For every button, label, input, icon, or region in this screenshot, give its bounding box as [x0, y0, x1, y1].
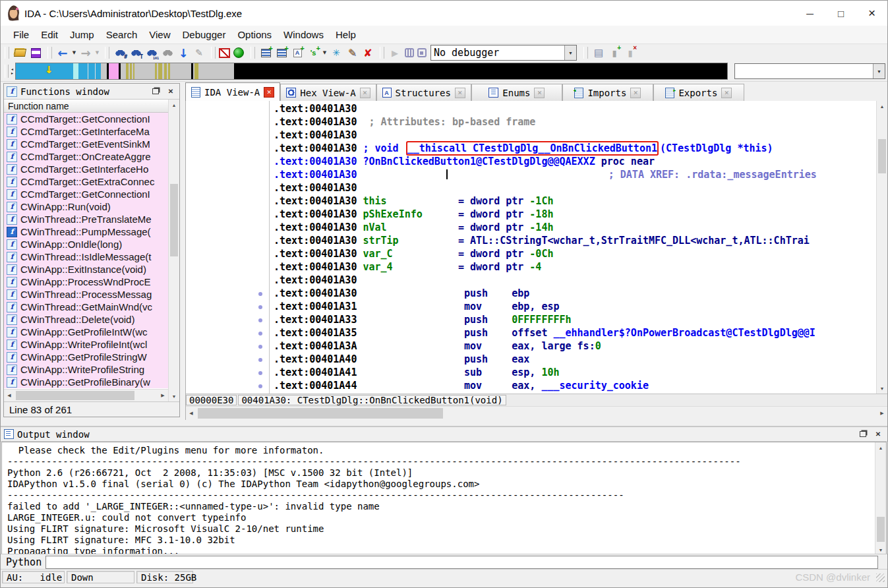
function-list-item[interactable]: CWinApp::ProcessWndProcE [4, 276, 168, 288]
disassembly-line[interactable]: .text:00401A30 strTip = ATL::CStringT<wc… [186, 235, 876, 248]
function-list-item[interactable]: CCmdTarget::GetInterfaceMa [4, 125, 168, 138]
menu-help[interactable]: Help [330, 26, 362, 44]
maximize-button[interactable]: □ [825, 1, 856, 26]
menu-edit[interactable]: Edit [35, 26, 64, 44]
search-value-icon[interactable] [144, 45, 160, 60]
scroll-right-icon[interactable]: ▶ [877, 407, 887, 420]
function-list-item[interactable]: CCmdTarget::GetInterfaceHo [4, 163, 168, 175]
search-again-icon[interactable] [160, 45, 175, 60]
menu-jump[interactable]: Jump [64, 26, 100, 44]
name-combobox[interactable] [734, 63, 885, 79]
tab-hex-view-a[interactable]: Hex View-A [280, 84, 376, 101]
make-unknown-icon[interactable] [328, 45, 344, 60]
resize-grip-icon[interactable] [876, 573, 885, 582]
disassembly-line[interactable]: .text:00401A30 var_4 = dword ptr -4 [186, 261, 876, 274]
debug-stop-icon[interactable] [415, 45, 428, 60]
output-dock-button[interactable] [857, 428, 869, 440]
debugger-select-dropdown-button[interactable] [564, 45, 576, 60]
function-list-item[interactable]: CCmdTarget::GetExtraConnec [4, 175, 168, 188]
function-list-item[interactable]: CWinApp::Run(void) [4, 200, 168, 213]
tab-enums[interactable]: Enums [471, 84, 562, 101]
function-list-item[interactable]: CWinThread::ProcessMessag [4, 288, 168, 301]
disassembly-line[interactable]: .text:00401A30 nVal = dword ptr -14h [186, 221, 876, 235]
string-dropdown-caret[interactable] [321, 45, 328, 60]
disassembly-line[interactable]: .text:00401A30 push ebp [186, 287, 876, 301]
make-code-icon[interactable] [258, 45, 274, 60]
disassembly-vscroll-track[interactable] [877, 111, 887, 383]
debug-modules-icon[interactable] [591, 45, 607, 60]
disassembly-line[interactable]: .text:00401A31 mov ebp, esp [186, 301, 876, 314]
menu-search[interactable]: Search [100, 26, 144, 44]
disassembly-listing[interactable]: .text:00401A30.text:00401A30 ; Attribute… [186, 101, 876, 394]
tab-close-icon[interactable] [360, 88, 370, 98]
make-string-icon[interactable] [305, 45, 321, 60]
disassembly-hscrollbar[interactable]: ◀ ▶ [186, 406, 887, 420]
navigation-band[interactable]: ↓ [15, 63, 728, 80]
search-address-icon[interactable] [112, 45, 128, 60]
functions-vscroll-thumb[interactable] [170, 184, 178, 256]
menu-file[interactable]: File [7, 26, 35, 44]
functions-vscrollbar[interactable]: ▲ ▼ [168, 100, 179, 401]
functions-hscrollbar[interactable]: ◀ ▶ [4, 389, 168, 401]
function-list-item[interactable]: CCmdTarget::GetConnectionI [4, 113, 168, 125]
jump-address-icon[interactable] [175, 45, 191, 60]
save-file-icon[interactable] [28, 45, 44, 60]
menu-windows[interactable]: Windows [278, 26, 330, 44]
disassembly-line[interactable]: .text:00401A41 sub esp, 10h [186, 367, 876, 380]
tab-close-icon[interactable] [721, 88, 732, 98]
menu-debugger[interactable]: Debugger [177, 26, 232, 44]
scroll-up-icon[interactable]: ▲ [875, 442, 886, 453]
disassembly-line[interactable]: .text:00401A30 ; DATA XREF: .rdata:_mess… [186, 169, 876, 182]
function-list-item[interactable]: CWinApp::WriteProfileInt(wcl [4, 338, 168, 351]
function-list-item[interactable]: CCmdTarget::GetEventSinkM [4, 138, 168, 150]
edit-function-icon[interactable] [344, 45, 360, 60]
disassembly-line[interactable]: .text:00401A30 [186, 274, 876, 287]
colors-icon[interactable] [231, 45, 247, 60]
menu-options[interactable]: Options [231, 26, 278, 44]
output-vscroll-thumb[interactable] [877, 517, 885, 542]
disassembly-vscrollbar[interactable]: ▲ ▼ [876, 101, 887, 394]
disassembly-line[interactable]: .text:00401A30 [186, 129, 876, 142]
open-file-icon[interactable] [12, 45, 28, 60]
forward-dropdown-caret[interactable] [94, 45, 101, 60]
search-text-icon[interactable] [128, 45, 144, 60]
tab-close-icon[interactable] [630, 88, 641, 98]
disassembly-line[interactable]: .text:00401A30 [186, 182, 876, 195]
scroll-left-icon[interactable]: ◀ [4, 390, 15, 401]
disassembly-line[interactable]: .text:00401A30 ; Attributes: bp-based fr… [186, 116, 876, 129]
disassembly-line[interactable]: .text:00401A30 var_C = dword ptr -0Ch [186, 248, 876, 261]
disassembly-line[interactable]: .text:00401A3A mov eax, large fs:0 [186, 340, 876, 353]
scroll-down-icon[interactable]: ▼ [169, 391, 179, 401]
tab-exports[interactable]: Exports [653, 84, 744, 101]
function-list-item[interactable]: CCmdTarget::OnCreateAggre [4, 150, 168, 163]
scroll-right-icon[interactable]: ▶ [158, 390, 168, 401]
function-list-item[interactable]: CWinApp::GetProfileBinary(w [4, 376, 168, 388]
functions-vscroll-track[interactable] [169, 110, 179, 391]
make-name-icon[interactable] [289, 45, 305, 60]
output-vscroll-track[interactable] [875, 453, 886, 544]
debugger-select[interactable]: No debugger [430, 45, 577, 61]
band-collapse-arrows[interactable]: ◂▸ [11, 67, 13, 75]
function-name-column-header[interactable]: Function name [4, 100, 168, 113]
delete-function-icon[interactable] [360, 45, 376, 60]
disassembly-vscroll-thumb[interactable] [878, 139, 886, 173]
function-list-item[interactable]: CWinThread::IsIdleMessage(t [4, 250, 168, 263]
output-close-button[interactable] [872, 428, 884, 440]
back-dropdown-caret[interactable] [71, 45, 78, 60]
disassembly-line[interactable]: .text:00401A30 [186, 103, 876, 116]
function-list-item[interactable]: CWinApp::WriteProfileString [4, 363, 168, 376]
functions-close-button[interactable] [165, 86, 177, 97]
function-list-item[interactable]: CWinThread::PreTranslateMe [4, 213, 168, 225]
function-list-item[interactable]: CWinApp::OnIdle(long) [4, 238, 168, 250]
detach-process-icon[interactable] [622, 45, 638, 60]
disassembly-line[interactable]: .text:00401A30 this = dword ptr -1Ch [186, 195, 876, 208]
nav-back-icon[interactable] [55, 45, 71, 60]
attach-process-icon[interactable] [607, 45, 622, 60]
make-data-icon[interactable] [274, 45, 289, 60]
debug-start-icon[interactable] [387, 45, 403, 60]
close-button[interactable]: × [856, 1, 887, 26]
name-combobox-dropdown-button[interactable] [873, 64, 885, 78]
functions-dock-button[interactable] [150, 86, 162, 97]
function-list-item[interactable]: CWinApp::ExitInstance(void) [4, 263, 168, 276]
tab-close-icon[interactable] [534, 88, 545, 98]
